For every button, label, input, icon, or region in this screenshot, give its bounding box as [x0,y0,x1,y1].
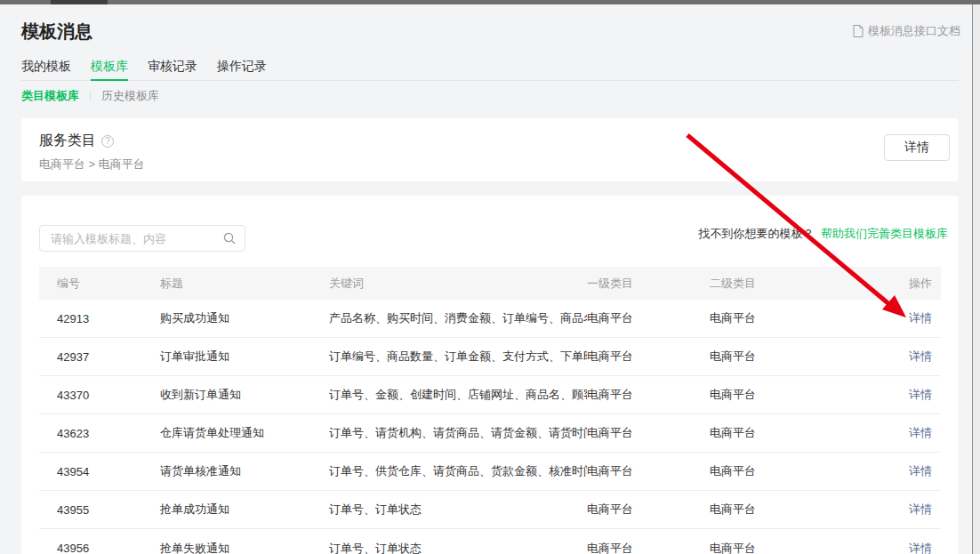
row-detail-link[interactable]: 详情 [909,426,932,439]
main-tabs: 我的模板 模板库 审核记录 操作记录 [21,59,959,81]
template-help-line: 找不到你想要的模板？ 帮助我们完善类目模板库 [698,221,948,247]
cell-keywords: 订单号、金额、创建时间、店铺网址、商品名、顾客、数量... [329,387,587,403]
cell-cat2: 电商平台 [710,425,886,441]
row-detail-link[interactable]: 详情 [909,464,932,478]
doc-link-label: 模板消息接口文档 [868,23,960,39]
cell-cat1: 电商平台 [587,310,710,326]
improve-library-link[interactable]: 帮助我们完善类目模板库 [821,227,948,240]
service-detail-button[interactable]: 详情 [884,134,950,161]
cell-id: 42913 [57,312,160,325]
table-row: 43956 抢单失败通知 订单号、订单状态 电商平台 电商平台 详情 [39,529,941,554]
help-prefix-text: 找不到你想要的模板？ [698,227,814,240]
cell-cat1: 电商平台 [587,541,710,554]
tab-my-templates[interactable]: 我的模板 [21,59,71,80]
table-row: 43370 收到新订单通知 订单号、金额、创建时间、店铺网址、商品名、顾客、数量… [39,376,941,414]
cell-id: 43956 [57,542,160,554]
subtab-category-library[interactable]: 类目模板库 [21,88,79,104]
col-header-title: 标题 [160,276,329,292]
cell-cat2: 电商平台 [710,387,886,403]
subtab-divider [90,91,91,101]
cell-keywords: 产品名称、购买时间、消费金额、订单编号、商品名称、支... [329,310,587,326]
search-box [39,225,245,252]
table-row: 43623 仓库请货单处理通知 订单号、请货机构、请货商品、请货金额、请货时间 … [39,414,941,453]
table-body: 42913 购买成功通知 产品名称、购买时间、消费金额、订单编号、商品名称、支.… [39,300,941,554]
col-header-action: 操作 [886,276,932,292]
row-detail-link[interactable]: 详情 [909,388,932,401]
cell-keywords: 订单号、供货仓库、请货商品、货款金额、核准时间 [329,463,587,479]
cell-id: 43955 [57,503,160,517]
browser-top-strip-segment [51,0,108,4]
cell-cat2: 电商平台 [710,541,886,554]
cell-cat2: 电商平台 [710,349,886,365]
page-title: 模板消息 [21,20,92,44]
subtab-history-library[interactable]: 历史模板库 [101,88,159,104]
table-header-row: 编号 标题 关键词 一级类目 二级类目 操作 [39,267,941,300]
cell-title: 订单审批通知 [160,349,329,365]
cell-id: 43954 [57,465,160,478]
service-category-title: 服务类目 [39,132,96,150]
row-detail-link[interactable]: 详情 [909,311,932,325]
row-detail-link[interactable]: 详情 [909,349,932,363]
document-icon [853,25,864,37]
tab-operation-records[interactable]: 操作记录 [217,59,267,80]
cell-cat1: 电商平台 [587,349,710,365]
table-row: 43955 抢单成功通知 订单号、订单状态 电商平台 电商平台 详情 [39,491,941,529]
cell-title: 抢单失败通知 [160,541,329,554]
cell-id: 43370 [57,389,160,402]
tab-template-library[interactable]: 模板库 [91,59,128,81]
cell-cat2: 电商平台 [710,502,886,518]
service-category-card: 服务类目 ? 电商平台 > 电商平台 详情 [21,118,959,181]
breadcrumb: 电商平台 > 电商平台 [39,157,145,173]
cell-keywords: 订单编号、商品数量、订单金额、支付方式、下单时间 [329,349,587,365]
cell-keywords: 订单号、订单状态 [329,502,587,518]
question-circle-icon[interactable]: ? [101,135,114,148]
cell-cat2: 电商平台 [710,463,886,479]
template-api-doc-link[interactable]: 模板消息接口文档 [853,23,960,39]
col-header-id: 编号 [57,276,160,292]
cell-cat1: 电商平台 [587,463,710,479]
template-table-card: 找不到你想要的模板？ 帮助我们完善类目模板库 编号 标题 关键词 一级类目 二级… [21,196,959,554]
col-header-cat1: 一级类目 [587,276,710,292]
table-row: 42913 购买成功通知 产品名称、购买时间、消费金额、订单编号、商品名称、支.… [39,300,941,338]
cell-cat1: 电商平台 [587,425,710,441]
cell-title: 收到新订单通知 [160,387,329,403]
tab-review-records[interactable]: 审核记录 [148,59,197,80]
cell-keywords: 订单号、订单状态 [329,541,587,554]
sub-tabs: 类目模板库 历史模板库 [21,88,159,104]
search-input[interactable] [40,226,245,251]
row-detail-link[interactable]: 详情 [909,542,932,554]
cell-id: 42937 [57,350,160,364]
cell-title: 请货单核准通知 [160,463,329,479]
cell-cat2: 电商平台 [710,310,886,326]
cell-title: 抢单成功通知 [160,502,329,518]
col-header-keywords: 关键词 [329,276,587,292]
cell-id: 43623 [57,427,160,440]
cell-title: 购买成功通知 [160,310,329,326]
cell-keywords: 订单号、请货机构、请货商品、请货金额、请货时间 [329,425,587,441]
cell-title: 仓库请货单处理通知 [160,425,329,441]
search-icon[interactable] [222,231,237,249]
vertical-scrollbar[interactable] [972,0,980,554]
table-row: 42937 订单审批通知 订单编号、商品数量、订单金额、支付方式、下单时间 电商… [39,338,941,376]
col-header-cat2: 二级类目 [710,276,886,292]
table-row: 43954 请货单核准通知 订单号、供货仓库、请货商品、货款金额、核准时间 电商… [39,453,941,491]
row-detail-link[interactable]: 详情 [909,502,932,516]
cell-cat1: 电商平台 [587,502,710,518]
cell-cat1: 电商平台 [587,387,710,403]
browser-top-strip [0,0,980,4]
